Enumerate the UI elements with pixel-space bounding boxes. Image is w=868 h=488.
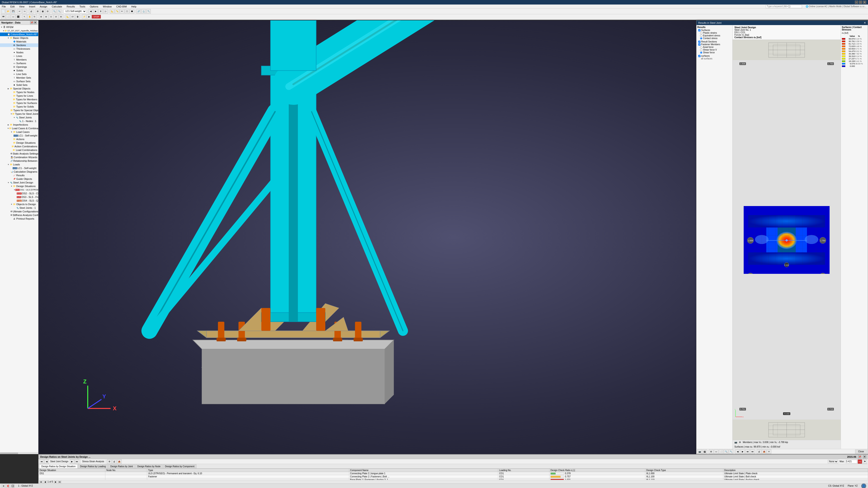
tree-item-joint-1[interactable]: 🔩 1 - Nodes : 1 (0, 119, 38, 123)
expand-file[interactable]: ▼ (3, 30, 4, 32)
tree-item-specialobjs[interactable]: ▶ 📁 Special Objects (0, 87, 38, 90)
expand-ds1[interactable]: ▼ (13, 189, 16, 191)
tree-item-lc1[interactable]: LC1 LC1 - Self-weight (0, 134, 38, 137)
expand-steel-joint-design[interactable]: ▼ (7, 182, 9, 184)
tree-item-objects-design[interactable]: ▼ 📁 Objects to Design (0, 202, 38, 206)
render-toggle[interactable]: 🔲 (11, 484, 14, 488)
result-sections-item[interactable]: Result Sections (698, 40, 732, 43)
table-row[interactable]: DS1 ULS (STR/GEO) - Permanent and transi… (39, 472, 868, 475)
navigator-controls[interactable]: 📌 ✕ (30, 21, 37, 24)
search-input[interactable] (766, 5, 802, 8)
maximize-button[interactable]: □ (859, 1, 862, 4)
tree-item-combo-wizards[interactable]: 🧙 Combination Wizards (0, 156, 38, 159)
calc-btn[interactable]: ⚡ (82, 14, 86, 19)
new-button[interactable]: 📄 (1, 9, 5, 13)
surfaces-checkbox[interactable] (698, 29, 701, 31)
redo-button[interactable]: ↪ (22, 9, 27, 13)
tree-item-thicknesses[interactable]: ▭ Thicknesses (0, 47, 38, 51)
nav-close-button[interactable]: ✕ (34, 21, 37, 24)
view-top-button[interactable]: ⬛ (16, 14, 20, 19)
tb-btn-a[interactable]: ◀ (88, 9, 93, 13)
dialog-tb-6[interactable]: 🔍 (724, 449, 728, 454)
tb-btn-j[interactable]: 🔗 (136, 9, 141, 13)
tree-item-solidsets[interactable]: ■ Solid Sets (0, 83, 38, 87)
tree-item-surfacesets[interactable]: ▭ Surface Sets (0, 79, 38, 83)
bottom-filter-btn[interactable]: ⚙ (107, 459, 112, 464)
run-btn[interactable]: ▶ (87, 14, 91, 19)
bottom-panel-pin[interactable]: 📌 (858, 455, 861, 458)
tree-item-types-special[interactable]: 📁 Types for Special Objects (0, 108, 38, 112)
camera-button[interactable]: 📷 (735, 441, 737, 444)
tree-item-ds1[interactable]: ▼ DS1 DS1 - ULS (STR/GEO) - Permanent an… (0, 188, 38, 192)
tree-item-stiffness-config[interactable]: ⚙ Stiffness Analysis Configurations (0, 213, 38, 217)
zoom-in-button[interactable]: 🔍 (52, 9, 57, 13)
menu-tools[interactable]: Tools (79, 5, 86, 8)
expand-loads[interactable]: ▼ (7, 164, 9, 166)
tb-btn-i[interactable]: ⬢ (130, 9, 134, 13)
tree-item-design-situations2[interactable]: ▼ 📁 Design Situations (0, 184, 38, 188)
snap-btn-3[interactable]: ⊙ (49, 14, 53, 19)
tab-joint[interactable]: Design Ratios by Joint (108, 464, 135, 468)
tree-item-membersets[interactable]: ⌇ Member Sets (0, 76, 38, 79)
tree-item-imperfections[interactable]: ▶ 📁 Imperfections (0, 123, 38, 127)
nav-scrollbar[interactable] (0, 452, 38, 454)
bottom-panel-controls[interactable]: 2015-06 📌 ✕ (847, 455, 866, 458)
tree-item-results[interactable]: 📈 Results (0, 173, 38, 177)
tb-btn-h[interactable]: ⬡ (125, 9, 129, 13)
tree-item-steel-joints-1[interactable]: 🔩 Steel Joints : 1 (0, 206, 38, 210)
menu-results[interactable]: Results (66, 5, 76, 8)
delete-btn[interactable]: 🗑 (75, 14, 80, 19)
user-avatar[interactable]: 👤 (861, 484, 866, 488)
expand-objects-design[interactable]: ▼ (10, 203, 13, 205)
shear-v-radio[interactable] (700, 49, 702, 51)
bottom-print-btn[interactable]: 🖨 (112, 459, 117, 464)
dialog-tb-11[interactable]: ⏭ (750, 449, 755, 454)
tab-node[interactable]: Design Ratios by Node (135, 464, 162, 468)
tree-item-openings[interactable]: ⊟ Openings (0, 65, 38, 69)
tree-item-nodes[interactable]: ● Nodes (0, 51, 38, 54)
page-last[interactable]: ⏭ (58, 481, 61, 483)
fastener-members-checkbox[interactable] (698, 43, 701, 46)
tb-btn-d[interactable]: ▷ (103, 9, 108, 13)
tree-item-model[interactable]: ▼ 📋 ColumnBase_Notch.rf6* (0, 33, 38, 36)
view-side-button[interactable]: ▭ (11, 14, 16, 19)
view-btn-1[interactable]: ⊞ (35, 9, 40, 13)
tree-item-linesets[interactable]: ═ Line Sets (0, 72, 38, 76)
tree-item-sch[interactable]: S.Ch DS2 - SLS - Characteristic (0, 192, 38, 195)
select-button[interactable]: ↖ (22, 14, 27, 19)
tree-item-sfr[interactable]: S.Fr DS3 - SLS - Frequent (0, 195, 38, 199)
tree-item-rfem[interactable]: ▼ 🗄 RFEM (0, 25, 38, 29)
tab-loading[interactable]: Design Ratios by Loading (78, 464, 108, 468)
dialog-tb-9[interactable]: ▶ (740, 449, 745, 454)
max-value-input[interactable] (846, 460, 857, 463)
view3d-button[interactable]: 🗺 (1, 14, 5, 19)
tree-item-static-settings[interactable]: ⚙ Static Analysis Settings (0, 152, 38, 156)
measure-btn[interactable]: 📐 (65, 14, 70, 19)
menu-edit[interactable]: Edit (9, 5, 16, 8)
tree-item-actions[interactable]: 📁 Actions (0, 137, 38, 141)
menu-help[interactable]: Help (130, 5, 137, 8)
snap-btn-5[interactable]: ⊛ (59, 14, 63, 19)
tree-item-types-members[interactable]: 📁 Types for Members (0, 98, 38, 101)
tree-item-solids[interactable]: ■ Solids (0, 69, 38, 72)
fastener-members-item[interactable]: Fastener Members (698, 43, 732, 46)
expand-design-sit2[interactable]: ▼ (10, 185, 13, 187)
view-btn-2[interactable]: ▦ (40, 9, 45, 13)
tree-item-types-lines[interactable]: 📁 Types for Lines (0, 94, 38, 98)
shear-radio[interactable] (700, 52, 702, 54)
shear-v-item[interactable]: Shear force V (698, 48, 732, 51)
menu-calculate[interactable]: Calculate (51, 5, 63, 8)
none-selector[interactable]: None (828, 460, 838, 463)
tb-btn-l[interactable]: 🔧 (146, 9, 151, 13)
dialog-tb-5[interactable]: ⬜ (719, 449, 723, 454)
tree-item-lines[interactable]: — Lines (0, 54, 38, 58)
annotation-btn[interactable]: 🏷 (70, 14, 75, 19)
tb-btn-c[interactable]: ⏸ (98, 9, 103, 13)
table-row[interactable]: Fastener Connecting Plate 2 | Fasteners … (39, 475, 868, 478)
view-btn-3[interactable]: ⊟ (45, 9, 50, 13)
stop-button[interactable]: STOP (92, 15, 101, 19)
tree-item-sqp[interactable]: S.Qp DS4 - SLS - Quasi permanent (0, 199, 38, 202)
expand-specialobjs[interactable]: ▶ (7, 88, 9, 90)
tab-component[interactable]: Design Ratios by Component (163, 464, 196, 468)
equivalent-stress-radio[interactable] (700, 35, 702, 37)
